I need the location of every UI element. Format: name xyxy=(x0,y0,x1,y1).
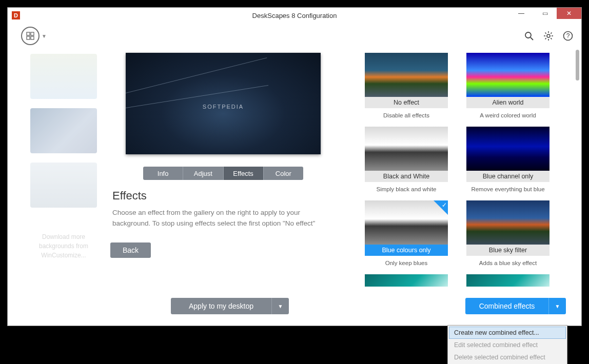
menu-item: Delete selected combined effect xyxy=(449,351,566,363)
effect-card[interactable]: Black and WhiteSimply black and white xyxy=(365,127,448,192)
effect-thumbnail xyxy=(365,274,448,287)
svg-text:?: ? xyxy=(566,32,570,39)
combined-effects-menu: Create new combined effect...Edit select… xyxy=(447,325,567,364)
combined-effects-label: Combined effects xyxy=(465,302,548,310)
effect-desc: Only keep blues xyxy=(365,260,448,266)
effect-desc: Adds a blue sky effect xyxy=(466,260,549,266)
maximize-button[interactable]: ▭ xyxy=(533,8,557,19)
effect-card[interactable] xyxy=(466,274,549,287)
tab-adjust[interactable]: Adjust xyxy=(183,167,223,180)
center-panel: SOFTPEDIA InfoAdjustEffectsColor Effects… xyxy=(110,49,346,326)
combined-effects-button[interactable]: Combined effects ▼ xyxy=(465,298,566,314)
effect-card[interactable]: Blue channel onlyRemove everything but b… xyxy=(466,127,549,192)
scrollbar-thumb[interactable] xyxy=(576,50,579,80)
back-button[interactable]: Back xyxy=(110,242,151,258)
effect-thumbnail xyxy=(365,127,448,171)
gear-icon[interactable] xyxy=(543,31,554,41)
effect-card[interactable] xyxy=(365,274,448,287)
effect-thumbnail xyxy=(466,200,549,245)
effect-thumbnail xyxy=(466,53,549,97)
svg-line-12 xyxy=(551,38,552,39)
svg-point-6 xyxy=(547,34,550,37)
svg-line-11 xyxy=(545,33,546,34)
effect-desc: Remove everything but blue xyxy=(466,186,549,192)
effect-name: Blue sky filter xyxy=(466,245,549,256)
chevron-down-icon[interactable]: ▼ xyxy=(271,298,289,314)
app-window: D DeskScapes 8 Configuration — ▭ ✕ ▼ xyxy=(7,7,582,326)
chevron-down-icon[interactable]: ▼ xyxy=(42,33,47,39)
effect-name: No effect xyxy=(365,97,448,108)
svg-rect-3 xyxy=(31,36,34,39)
effect-name: Blue colours only xyxy=(365,245,448,256)
tab-info[interactable]: Info xyxy=(143,167,183,180)
effect-name: Alien world xyxy=(466,97,549,108)
effect-card[interactable]: Blue sky filterAdds a blue sky effect xyxy=(466,200,549,266)
svg-rect-0 xyxy=(27,32,30,35)
effect-thumbnail xyxy=(466,274,549,287)
background-thumb[interactable] xyxy=(30,54,97,99)
svg-line-14 xyxy=(551,33,552,34)
menu-item: Edit selected combined effect xyxy=(449,339,566,351)
svg-rect-2 xyxy=(27,36,30,39)
app-icon: D xyxy=(12,11,20,19)
effect-card[interactable]: Alien worldA weird colored world xyxy=(466,53,549,118)
toolbar: ▼ ? xyxy=(8,23,581,49)
effect-card[interactable]: Blue colours onlyOnly keep blues xyxy=(365,200,448,266)
svg-line-13 xyxy=(545,38,546,39)
panel-heading: Effects xyxy=(112,189,336,203)
effect-card[interactable]: No effectDisable all effects xyxy=(365,53,448,118)
help-icon[interactable]: ? xyxy=(563,31,573,41)
panel-tabs: InfoAdjustEffectsColor xyxy=(143,167,303,180)
tab-color[interactable]: Color xyxy=(264,167,303,180)
minimize-button[interactable]: — xyxy=(509,8,533,19)
svg-point-4 xyxy=(525,32,531,38)
window-title: DeskScapes 8 Configuration xyxy=(8,12,581,19)
search-icon[interactable] xyxy=(524,31,534,41)
panel-body: Choose an effect from the gallery on the… xyxy=(112,208,334,229)
effect-desc: A weird colored world xyxy=(466,112,549,118)
background-thumb[interactable] xyxy=(30,108,97,153)
svg-rect-1 xyxy=(31,32,34,35)
background-thumb[interactable] xyxy=(30,163,97,208)
chevron-down-icon[interactable]: ▼ xyxy=(548,298,566,314)
effect-thumbnail xyxy=(365,53,448,97)
menu-item[interactable]: Create new combined effect... xyxy=(449,327,566,339)
main-menu-button[interactable] xyxy=(21,27,40,45)
tab-effects[interactable]: Effects xyxy=(224,167,264,180)
effect-desc: Disable all effects xyxy=(365,112,448,118)
check-icon xyxy=(434,200,448,215)
window-buttons: — ▭ ✕ xyxy=(509,8,581,19)
effect-desc: Simply black and white xyxy=(365,186,448,192)
close-button[interactable]: ✕ xyxy=(557,8,581,19)
apply-button[interactable]: Apply to my desktop ▼ xyxy=(171,298,289,314)
download-more-link[interactable]: Download more backgrounds from WinCustom… xyxy=(27,232,100,260)
titlebar: D DeskScapes 8 Configuration — ▭ ✕ xyxy=(8,8,581,23)
apply-button-label: Apply to my desktop xyxy=(171,302,271,310)
background-preview: SOFTPEDIA xyxy=(126,53,321,154)
effect-thumbnail xyxy=(365,200,448,245)
effects-gallery: No effectDisable all effectsAlien worldA… xyxy=(346,49,581,326)
sidebar-thumbnails: Download more backgrounds from WinCustom… xyxy=(8,49,110,326)
effect-name: Black and White xyxy=(365,171,448,182)
svg-line-5 xyxy=(531,37,533,40)
effect-name: Blue channel only xyxy=(466,171,549,182)
watermark-text: SOFTPEDIA xyxy=(126,104,321,110)
effect-thumbnail xyxy=(466,127,549,171)
grid-icon xyxy=(26,32,34,40)
